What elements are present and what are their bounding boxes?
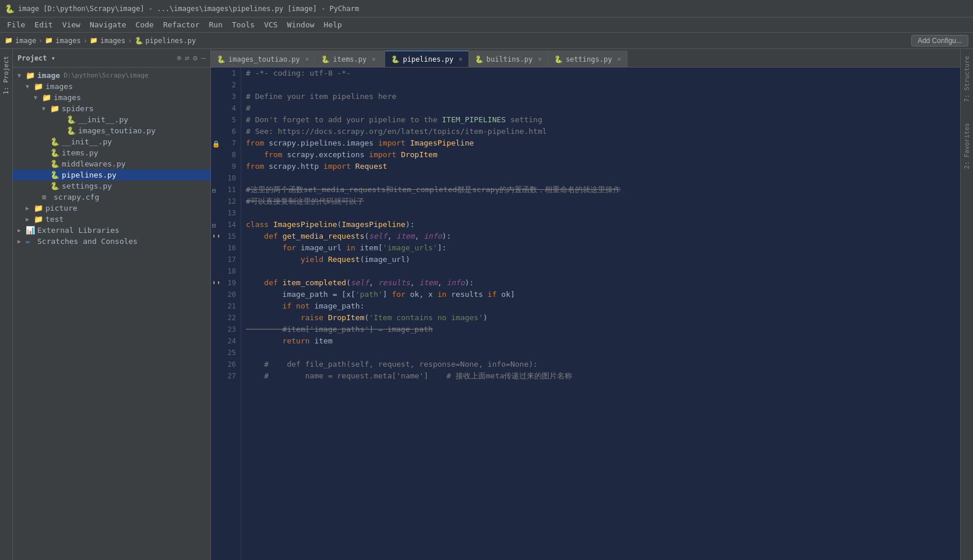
menu-item-tools[interactable]: Tools <box>227 19 259 31</box>
tree-item-external-libs[interactable]: ▶ 📊 External Libraries <box>13 225 210 236</box>
settings-icon[interactable]: ⚙ <box>193 54 198 62</box>
minimize-icon[interactable]: — <box>201 54 206 62</box>
tab-pipelines[interactable]: 🐍 pipelines.py ✕ <box>385 51 468 67</box>
code-line-9: from scrapy.http import Request <box>246 161 956 172</box>
line-24: 24 <box>211 335 241 347</box>
menu-item-navigate[interactable]: Navigate <box>85 19 131 31</box>
tree-item-init-spiders[interactable]: 🐍 __init__.py <box>13 114 210 125</box>
code-line-18 <box>246 265 956 277</box>
breadcrumb-item-image: 📁 image <box>5 37 36 45</box>
tree-item-scrapy-cfg[interactable]: ≡ scrapy.cfg <box>13 192 210 203</box>
code-line-20: image_path = [x['path'] for ok, x in res… <box>246 289 956 300</box>
code-line-24: return item <box>246 335 956 347</box>
python-file-icon: 🐍 <box>50 182 59 190</box>
menu-item-run[interactable]: Run <box>205 19 227 31</box>
add-configuration-button[interactable]: Add Configu... <box>911 35 968 47</box>
line-1: 1 <box>211 68 241 79</box>
menu-item-file[interactable]: File <box>2 19 30 31</box>
tree-item-spiders[interactable]: ▼ 📁 spiders <box>13 103 210 114</box>
line-21: 21 <box>211 300 241 312</box>
code-line-23: #item['image_paths'] = image_path <box>246 324 956 335</box>
tab-close-icon[interactable]: ✕ <box>459 55 463 63</box>
code-line-27: # name = request.meta['name'] # 接收上面meta… <box>246 370 956 382</box>
tree-item-images-l2[interactable]: ▼ 📁 images <box>13 92 210 103</box>
line-5: 5 <box>211 114 241 126</box>
tab-builtins[interactable]: 🐍 builtins.py ✕ <box>469 51 548 67</box>
breadcrumb-item-images2: 📁 images <box>90 37 125 45</box>
tree-item-middlewares[interactable]: 🐍 middlewares.py <box>13 158 210 169</box>
code-line-1: # -*- coding: utf-8 -*- <box>246 68 956 79</box>
new-window-icon[interactable]: ⊕ <box>177 54 182 62</box>
tree-item-pipelines[interactable]: 🐍 pipelines.py <box>13 169 210 180</box>
line-27: 27 <box>211 370 241 382</box>
folder-icon: 📁 <box>50 104 59 113</box>
code-line-12: #可以直接复制这里的代码就可以了 <box>246 196 956 207</box>
menu-item-window[interactable]: Window <box>283 19 319 31</box>
code-line-8: from scrapy.exceptions import DropItem <box>246 149 956 161</box>
tree-item-items[interactable]: 🐍 items.py <box>13 147 210 158</box>
line-22: 22 <box>211 312 241 324</box>
toggle-icon: ▶ <box>26 216 34 222</box>
right-side-strip: 7: Structure 2: Favorites <box>960 49 973 560</box>
tab-images-toutiao[interactable]: 🐍 images_toutiao.py ✕ <box>211 51 315 67</box>
tab-close-icon[interactable]: ✕ <box>538 55 542 63</box>
tab-icon: 🐍 <box>217 55 225 63</box>
lock-icon: 🔒 <box>212 139 220 150</box>
folder-icon: 📁 <box>34 82 43 91</box>
breadcrumb: 📁 image › 📁 images › 📁 images › 🐍 pipeli… <box>0 33 973 49</box>
folder-icon: 📁 <box>5 37 13 44</box>
fold-icon[interactable]: ⊟ <box>212 185 216 197</box>
line-13: 13 <box>211 207 241 219</box>
editor-content[interactable]: 1 2 3 4 5 6 🔒7 8 9 10 ⊟11 12 13 ⊟14 <box>211 68 960 560</box>
line-17: 17 <box>211 254 241 265</box>
code-editor[interactable]: # -*- coding: utf-8 -*- # Define your it… <box>241 68 960 560</box>
tree-item-image-root[interactable]: ▼ 📁 image D:\python\Scrapy\image <box>13 70 210 81</box>
structure-panel-toggle[interactable]: 7: Structure <box>962 51 972 107</box>
main-layout: 1: Project Project ▾ ⊕ ⇄ ⚙ — ▼ 📁 image D… <box>0 49 973 560</box>
tree-item-picture[interactable]: ▶ 📁 picture <box>13 203 210 214</box>
tab-items[interactable]: 🐍 items.py ✕ <box>315 51 385 67</box>
code-line-14: class ImagesPipeline(ImagesPipeline): <box>246 219 956 231</box>
tab-settings[interactable]: 🐍 settings.py ✕ <box>548 51 627 67</box>
tree-item-scratches[interactable]: ▶ ✏ Scratches and Consoles <box>13 236 210 247</box>
scroll-from-source-icon[interactable]: ⇄ <box>185 54 190 62</box>
line-12: 12 <box>211 196 241 207</box>
project-panel-toggle[interactable]: 1: Project <box>1 51 11 99</box>
code-line-16: for image_url in item['image_urls']: <box>246 242 956 254</box>
code-line-2 <box>246 79 956 91</box>
tree-item-images-l1[interactable]: ▼ 📁 images <box>13 81 210 92</box>
project-panel-title: Project ▾ <box>17 54 174 62</box>
code-line-3: # Define your item pipelines here <box>246 91 956 102</box>
tree-item-init-images[interactable]: 🐍 __init__.py <box>13 136 210 147</box>
file-tree: ▼ 📁 image D:\python\Scrapy\image ▼ 📁 ima… <box>13 68 210 560</box>
project-panel: Project ▾ ⊕ ⇄ ⚙ — ▼ 📁 image D:\python\Sc… <box>13 49 211 560</box>
folder-icon: 📁 <box>34 204 43 212</box>
menu-item-help[interactable]: Help <box>319 19 347 31</box>
cfg-file-icon: ≡ <box>42 193 51 201</box>
tab-close-icon[interactable]: ✕ <box>305 55 309 63</box>
menu-item-view[interactable]: View <box>58 19 85 31</box>
tree-item-images-toutiao[interactable]: 🐍 images_toutiao.py <box>13 125 210 136</box>
code-line-6: # See: https://docs.scrapy.org/en/latest… <box>246 126 956 137</box>
python-file-icon: 🐍 <box>50 148 59 157</box>
tab-close-icon[interactable]: ✕ <box>372 55 376 63</box>
menu-item-refactor[interactable]: Refactor <box>158 19 205 31</box>
tree-item-settings[interactable]: 🐍 settings.py <box>13 180 210 192</box>
line-16: 16 <box>211 242 241 254</box>
menubar: FileEditViewNavigateCodeRefactorRunTools… <box>0 17 973 33</box>
line-4: 4 <box>211 102 241 114</box>
tab-icon: 🐍 <box>391 55 400 63</box>
fold-icon[interactable]: ⊟ <box>212 220 216 232</box>
tree-item-test[interactable]: ▶ 📁 test <box>13 214 210 225</box>
menu-item-edit[interactable]: Edit <box>30 19 57 31</box>
folder-icon: 📁 <box>45 37 53 44</box>
menu-item-vcs[interactable]: VCS <box>259 19 282 31</box>
toggle-icon: ▶ <box>26 205 34 211</box>
favorites-toggle[interactable]: 2: Favorites <box>962 118 972 173</box>
left-side-strip: 1: Project <box>0 49 13 560</box>
folder-icon: 📁 <box>42 93 51 102</box>
line-3: 3 <box>211 91 241 102</box>
menu-item-code[interactable]: Code <box>131 19 158 31</box>
python-file-icon: 🐍 <box>135 37 143 45</box>
tab-close-icon[interactable]: ✕ <box>617 55 621 63</box>
